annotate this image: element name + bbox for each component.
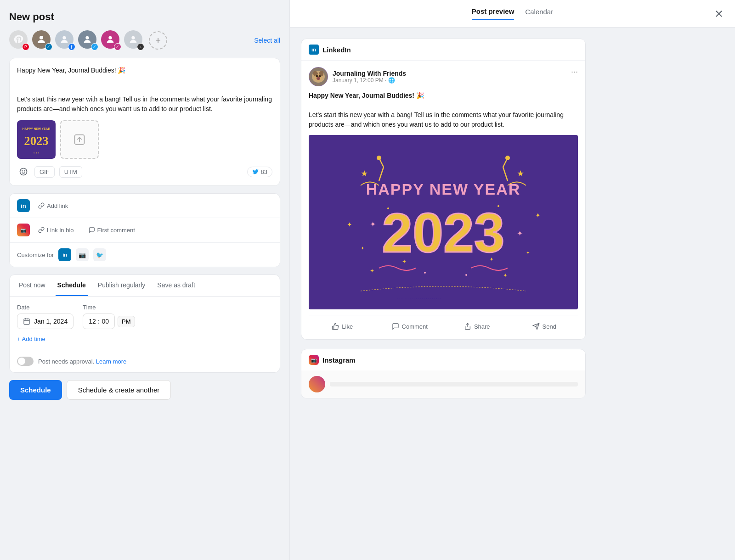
customize-row: Customize for in 📷 🐦 <box>10 242 280 267</box>
date-input[interactable]: Jan 1, 2024 <box>17 314 74 329</box>
instagram-link-row: 📷 Link in bio First comment <box>10 218 280 242</box>
tab-schedule[interactable]: Schedule <box>56 275 88 296</box>
account-avatar-facebook[interactable]: f <box>55 30 75 50</box>
svg-text:✦: ✦ <box>361 246 364 251</box>
linkedin-author-info: Journaling With Friends January 1, 12:00… <box>309 67 406 86</box>
instagram-post-preview-stub <box>301 370 585 398</box>
linkedin-preview-section: in LinkedIn <box>301 39 586 340</box>
svg-text:· · · · · · · · · · · · · · · : · · · · · · · · · · · · · · · · · · · · … <box>397 297 441 301</box>
add-time-button[interactable]: + Add time <box>17 336 45 342</box>
svg-point-0 <box>40 36 43 39</box>
tab-save-as-draft[interactable]: Save as draft <box>155 275 197 296</box>
media-thumbnail[interactable]: HAPPY NEW YEAR 2023 ✦ ✦ ✦ <box>17 120 56 159</box>
links-card: in Add link 📷 Link in bio First comment … <box>9 193 280 267</box>
twitter-char-count: 83 <box>247 167 272 177</box>
schedule-body: Date Jan 1, 2024 Time 12 : 00 PM <box>10 297 280 350</box>
svg-text:✦: ✦ <box>347 221 352 228</box>
customize-label: Customize for <box>17 252 54 258</box>
account-avatar-twitter[interactable]: ✓ <box>78 30 98 50</box>
link-in-bio-button[interactable]: Link in bio <box>34 225 78 235</box>
account-avatar-tiktok[interactable]: ♪ <box>124 30 144 50</box>
time-label: Time <box>83 304 135 311</box>
svg-text:2023: 2023 <box>24 134 48 148</box>
svg-point-43 <box>505 156 510 160</box>
svg-text:✦: ✦ <box>526 250 530 255</box>
first-comment-button[interactable]: First comment <box>85 225 139 235</box>
svg-text:2023: 2023 <box>382 202 505 263</box>
close-button[interactable] <box>714 9 724 19</box>
datetime-row: Date Jan 1, 2024 Time 12 : 00 PM <box>17 304 272 329</box>
linkedin-send-button[interactable]: Send <box>511 320 578 333</box>
add-media-button[interactable] <box>60 120 99 159</box>
svg-point-52 <box>387 207 389 209</box>
svg-text:★: ★ <box>517 169 524 178</box>
ampm-button[interactable]: PM <box>118 316 135 327</box>
linkedin-platform-icon: in <box>17 199 30 212</box>
tab-publish-regularly[interactable]: Publish regularly <box>96 275 147 296</box>
schedule-button[interactable]: Schedule <box>9 380 62 400</box>
linkedin-like-button[interactable]: Like <box>309 320 376 333</box>
customize-linkedin-btn[interactable]: in <box>58 248 71 261</box>
emoji-button[interactable] <box>17 165 30 178</box>
utm-button[interactable]: UTM <box>59 166 82 178</box>
tab-calendar[interactable]: Calendar <box>525 7 553 20</box>
time-input[interactable]: 12 : 00 <box>83 314 115 329</box>
customize-twitter-btn[interactable]: 🐦 <box>93 248 106 261</box>
svg-text:✦: ✦ <box>370 220 376 228</box>
svg-text:✦: ✦ <box>370 268 374 274</box>
instagram-avatar <box>309 376 325 392</box>
svg-point-53 <box>498 205 499 207</box>
svg-text:★: ★ <box>361 169 368 178</box>
add-account-button[interactable]: + <box>149 31 167 50</box>
linkedin-author: Journaling With Friends <box>333 70 406 77</box>
right-header: Post preview Calendar <box>290 0 735 28</box>
select-all-button[interactable]: Select all <box>254 37 280 44</box>
svg-point-4 <box>131 36 135 39</box>
svg-point-55 <box>465 274 467 276</box>
tab-post-now[interactable]: Post now <box>17 275 47 296</box>
instagram-section-header: 📷 Instagram <box>301 349 585 370</box>
customize-instagram-btn[interactable]: 📷 <box>76 248 89 261</box>
add-link-button[interactable]: Add link <box>34 201 72 211</box>
svg-point-29 <box>320 76 321 77</box>
right-tabs: Post preview Calendar <box>472 7 553 20</box>
post-text: Happy New Year, Journal Buddies! 🎉 Let's… <box>17 66 272 114</box>
account-row: P ✓ f ✓ ✓ <box>9 30 280 50</box>
svg-text:✦: ✦ <box>489 256 494 263</box>
tab-post-preview[interactable]: Post preview <box>472 7 514 20</box>
linkedin-comment-button[interactable]: Comment <box>376 320 444 333</box>
approval-text: Post needs approval. Learn more <box>38 358 126 365</box>
approval-toggle[interactable] <box>17 357 34 366</box>
svg-point-27 <box>317 77 320 80</box>
gif-button[interactable]: GIF <box>34 166 55 178</box>
linkedin-post-preview: Journaling With Friends January 1, 12:00… <box>301 61 585 339</box>
post-toolbar: GIF UTM 83 <box>17 165 272 178</box>
approval-row: Post needs approval. Learn more <box>10 350 280 372</box>
schedule-tab-row: Post now Schedule Publish regularly Save… <box>10 275 280 297</box>
linkedin-actions: Like Comment Share Send <box>309 315 578 333</box>
date-field-group: Date Jan 1, 2024 <box>17 304 74 329</box>
account-avatar-pinterest[interactable]: P <box>9 30 29 50</box>
svg-point-54 <box>424 272 426 274</box>
svg-rect-14 <box>24 319 29 325</box>
date-label: Date <box>17 304 74 311</box>
schedule-create-another-button[interactable]: Schedule & create another <box>67 380 171 400</box>
svg-text:✦: ✦ <box>517 230 523 237</box>
svg-point-1 <box>62 36 66 39</box>
preview-scroll: in LinkedIn <box>290 28 735 560</box>
svg-text:✦: ✦ <box>535 212 541 219</box>
svg-point-2 <box>85 36 89 39</box>
linkedin-avatar <box>309 67 328 86</box>
svg-text:✦ ✦ ✦: ✦ ✦ ✦ <box>33 152 40 154</box>
account-avatar-linkedin[interactable]: ✓ <box>32 30 52 50</box>
learn-more-link[interactable]: Learn more <box>96 358 126 365</box>
linkedin-share-button[interactable]: Share <box>443 320 511 333</box>
svg-text:✦: ✦ <box>402 258 407 265</box>
instagram-platform-icon: 📷 <box>17 224 30 236</box>
instagram-preview-section: 📷 Instagram <box>301 349 586 398</box>
svg-text:HAPPY NEW YEAR: HAPPY NEW YEAR <box>23 127 51 130</box>
action-row: Schedule Schedule & create another <box>9 380 280 400</box>
linkedin-more-options[interactable]: ··· <box>571 67 578 77</box>
linkedin-preview-text: Happy New Year, Journal Buddies! 🎉 Let's… <box>309 91 578 129</box>
account-avatar-instagram[interactable]: ✓ <box>101 30 121 50</box>
